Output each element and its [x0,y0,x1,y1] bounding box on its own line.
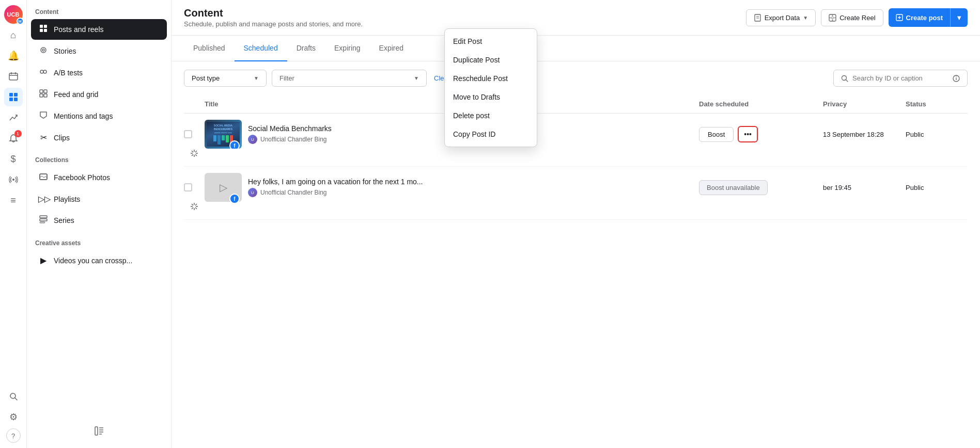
search-info-icon[interactable] [953,75,960,82]
header-actions: Export Data ▼ Create Reel Create post ▼ [746,8,968,27]
row1-more-button[interactable]: ••• [738,126,758,142]
search-icon[interactable] [4,387,23,406]
svg-rect-14 [44,29,47,32]
row2-checkbox[interactable] [184,183,192,191]
row1-author-avatar: U [248,135,257,144]
row2-thumbnail: ▷ f [205,173,242,202]
filter-dropdown[interactable]: Filter ▼ [272,70,427,87]
stories-icon [38,46,49,56]
search-box [833,70,968,87]
sidebar-playlists-label: Playlists [54,195,80,203]
content-icon[interactable] [4,88,23,106]
post-type-label: Post type [192,74,220,82]
svg-point-17 [40,70,43,73]
facebook-photos-icon [38,172,49,183]
svg-point-15 [41,47,46,53]
svg-rect-4 [9,93,13,97]
analytics-icon[interactable] [4,108,23,127]
create-post-dropdown-arrow[interactable]: ▼ [951,10,968,26]
context-menu-duplicate-post[interactable]: Duplicate Post [445,51,537,69]
row2-post-author: U Unofficial Chandler Bing [248,188,423,197]
col-date-scheduled: Date scheduled [699,100,823,108]
svg-line-10 [15,398,17,400]
svg-rect-11 [40,25,43,28]
sidebar-mentions-tags-label: Mentions and tags [54,112,113,120]
row1-author-name: Unofficial Chandler Bing [260,136,327,143]
sidebar-clips-label: Clips [54,134,70,142]
sidebar-ab-tests-label: A/B tests [54,69,83,77]
context-menu-delete-post[interactable]: Delete post [445,106,537,125]
svg-rect-5 [14,93,18,97]
page-subtitle: Schedule, publish and manage posts and s… [184,20,363,28]
export-data-button[interactable]: Export Data ▼ [746,9,816,26]
settings-icon[interactable]: ⚙ [4,408,23,426]
help-icon[interactable]: ? [6,428,21,443]
svg-point-44 [832,20,833,21]
sidebar-item-mentions-tags[interactable]: Mentions and tags [31,106,167,126]
avatar[interactable]: UCB M [4,5,23,24]
row2-boost-unavailable-button: Boost unavailable [699,180,768,195]
sidebar-item-feed-and-grid[interactable]: Feed and grid [31,84,167,105]
context-menu-copy-post-id[interactable]: Copy Post ID [445,125,537,143]
sidebar-item-stories[interactable]: Stories [31,41,167,61]
header-text: Content Schedule, publish and manage pos… [184,7,363,28]
search-input[interactable] [852,74,948,82]
tab-drafts[interactable]: Drafts [287,36,325,61]
calendar-icon[interactable] [4,67,23,86]
create-post-main[interactable]: Create post [889,10,951,26]
sidebar-facebook-photos-label: Facebook Photos [54,173,110,182]
svg-line-27 [42,176,44,178]
row1-checkbox[interactable] [184,130,192,138]
svg-point-8 [12,179,14,181]
svg-line-58 [195,154,197,156]
sidebar-section-content: Content [27,0,171,19]
row1-privacy: Public [906,131,968,138]
tab-scheduled[interactable]: Scheduled [235,36,287,61]
sidebar-item-series[interactable]: Series [31,210,167,231]
sidebar-item-clips[interactable]: ✂ Clips [31,127,167,148]
create-post-button[interactable]: Create post ▼ [889,8,968,27]
home-icon[interactable]: ⌂ [4,26,23,44]
menu-icon[interactable]: ≡ [4,191,23,210]
context-menu-move-to-drafts[interactable]: Move to Drafts [445,88,537,106]
svg-point-16 [42,49,44,51]
sidebar: Content Posts and reels Stories A/B test… [27,0,172,448]
sidebar-item-ab-tests[interactable]: A/B tests [31,62,167,83]
sidebar-item-posts-and-reels[interactable]: Posts and reels [31,19,167,40]
tab-published[interactable]: Published [184,36,235,61]
tab-expiring[interactable]: Expiring [325,36,370,61]
broadcast-icon[interactable] [4,170,23,189]
row1-boost-button[interactable]: Boost [699,127,734,142]
clips-icon: ✂ [38,133,49,142]
context-menu-reschedule-post[interactable]: Reschedule Post [445,69,537,88]
svg-line-51 [846,80,848,82]
sidebar-item-facebook-photos[interactable]: Facebook Photos [31,167,167,188]
create-reel-button[interactable]: Create Reel [821,9,883,26]
sidebar-item-playlists[interactable]: ▷▷ Playlists [31,189,167,209]
row1-post-title: Social Media Benchmarks [248,124,332,133]
create-post-icon [896,14,903,21]
page-body: Published Scheduled Drafts Expiring Expi… [172,36,980,448]
collapse-sidebar-button[interactable] [31,422,167,440]
tab-expired[interactable]: Expired [370,36,413,61]
tabs-bar: Published Scheduled Drafts Expiring Expi… [172,36,980,61]
row1-status-icon [190,149,199,160]
page-title: Content [184,7,363,19]
row2-post-meta: Hey folks, I am going on a vacation for … [248,178,423,197]
context-menu-edit-post[interactable]: Edit Post [445,32,537,51]
monetize-icon[interactable]: $ [4,150,23,168]
alerts-icon[interactable]: 1 [4,129,23,148]
export-dropdown-arrow: ▼ [803,15,808,21]
alert-badge: 1 [14,130,22,137]
post-type-filter[interactable]: Post type ▼ [184,70,267,87]
svg-rect-30 [40,216,47,218]
search-input-icon [841,75,848,82]
row2-privacy: Public [906,184,968,191]
col-checkbox [184,100,205,108]
row2-actions: Boost unavailable [699,180,823,195]
feed-grid-icon [38,89,49,100]
sidebar-item-videos-crosspost[interactable]: ▶ Videos you can crossp... [31,250,167,270]
notifications-icon[interactable]: 🔔 [4,46,23,65]
row1-status [184,149,205,160]
svg-line-62 [192,151,193,152]
